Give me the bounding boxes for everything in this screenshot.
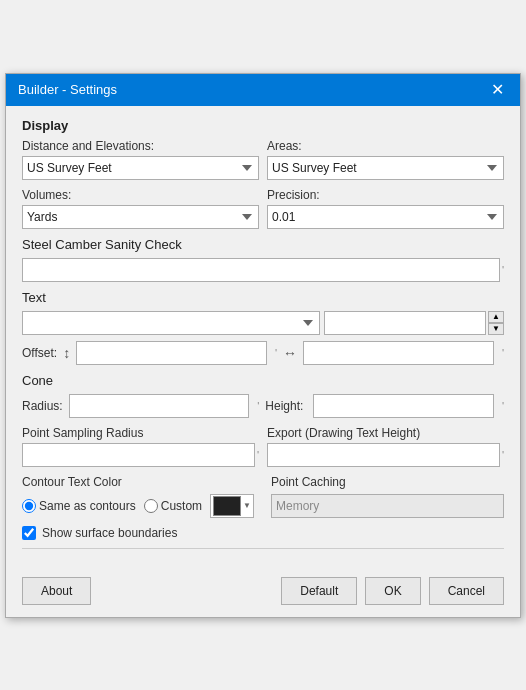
dialog-title: Builder - Settings	[18, 82, 117, 97]
steel-camber-tick: '	[502, 264, 504, 276]
spinner-buttons: ▲ ▼	[488, 311, 504, 335]
height-label: Height:	[265, 399, 303, 413]
offset-label: Offset:	[22, 346, 57, 360]
cone-row: Radius: 0.1 ' Height: 0.26 '	[22, 394, 504, 418]
cone-section: Cone Radius: 0.1 ' Height: 0.26 '	[22, 373, 504, 418]
offset-vertical-icon: ↕	[63, 345, 70, 361]
export-tick: '	[502, 449, 504, 461]
title-bar: Builder - Settings ✕	[6, 74, 520, 106]
display-section-title: Display	[22, 118, 504, 133]
radio-custom-text: Custom	[161, 499, 202, 513]
divider	[22, 548, 504, 549]
cone-section-label: Cone	[22, 373, 504, 388]
about-button[interactable]: About	[22, 577, 91, 605]
point-export-row: Point Sampling Radius 0.15 ' Export (Dra…	[22, 426, 504, 467]
contour-group-title: Contour Text Color	[22, 475, 255, 489]
precision-select[interactable]: 0.01 0.001 0.1 1	[267, 205, 504, 229]
radius-input[interactable]: 0.1	[69, 394, 250, 418]
dialog-content: Display Distance and Elevations: US Surv…	[6, 106, 520, 569]
steel-camber-label: Steel Camber Sanity Check	[22, 237, 504, 252]
areas-col: Areas: US Survey Feet Meters Feet Yards	[267, 139, 504, 180]
radio-custom[interactable]	[144, 499, 158, 513]
offset-vertical-tick: '	[275, 347, 277, 359]
offset-horizontal-input[interactable]: 0.1	[303, 341, 494, 365]
export-input-row: 0.5 '	[267, 443, 504, 467]
height-tick: '	[502, 400, 504, 412]
ok-button[interactable]: OK	[365, 577, 420, 605]
spinner-down-button[interactable]: ▼	[488, 323, 504, 335]
font-select[interactable]	[22, 311, 320, 335]
distance-col: Distance and Elevations: US Survey Feet …	[22, 139, 259, 180]
settings-dialog: Builder - Settings ✕ Display Distance an…	[5, 73, 521, 618]
cancel-button[interactable]: Cancel	[429, 577, 504, 605]
precision-label: Precision:	[267, 188, 504, 202]
export-col: Export (Drawing Text Height) 0.5 '	[267, 426, 504, 467]
text-section: Text 20 ▲ ▼ Offset: ↕ 0 ' ↔	[22, 290, 504, 365]
export-input[interactable]: 0.5	[267, 443, 500, 467]
text-font-row: 20 ▲ ▼	[22, 311, 504, 335]
font-size-input[interactable]: 20	[324, 311, 486, 335]
radio-custom-label[interactable]: Custom	[144, 499, 202, 513]
radio-same-as-contours-text: Same as contours	[39, 499, 136, 513]
distance-select[interactable]: US Survey Feet Meters Feet Yards	[22, 156, 259, 180]
point-caching-select[interactable]: Memory Disk None	[271, 494, 504, 518]
areas-label: Areas:	[267, 139, 504, 153]
button-row: About Default OK Cancel	[6, 569, 520, 617]
point-caching-group: Point Caching Memory Disk None	[271, 475, 504, 518]
show-surface-checkbox[interactable]	[22, 526, 36, 540]
radio-same-as-contours-label[interactable]: Same as contours	[22, 499, 136, 513]
point-sampling-input[interactable]: 0.15	[22, 443, 255, 467]
export-label: Export (Drawing Text Height)	[267, 426, 504, 440]
height-input[interactable]: 0.26	[313, 394, 494, 418]
contour-point-row: Contour Text Color Same as contours Cust…	[22, 475, 504, 518]
point-sampling-label: Point Sampling Radius	[22, 426, 259, 440]
volumes-label: Volumes:	[22, 188, 259, 202]
steel-camber-input[interactable]: 0.17	[22, 258, 500, 282]
radius-tick: '	[257, 400, 259, 412]
offset-vertical-input[interactable]: 0	[76, 341, 267, 365]
close-button[interactable]: ✕	[487, 82, 508, 98]
volumes-col: Volumes: Yards Cubic Feet Cubic Meters	[22, 188, 259, 229]
precision-col: Precision: 0.01 0.001 0.1 1	[267, 188, 504, 229]
color-picker-button[interactable]: ▼	[210, 494, 254, 518]
show-surface-row: Show surface boundaries	[22, 526, 504, 540]
offset-horizontal-icon: ↔	[283, 345, 297, 361]
contour-group: Contour Text Color Same as contours Cust…	[22, 475, 255, 518]
offset-row: Offset: ↕ 0 ' ↔ 0.1 '	[22, 341, 504, 365]
point-caching-title: Point Caching	[271, 475, 504, 489]
radius-label: Radius:	[22, 399, 63, 413]
distance-label: Distance and Elevations:	[22, 139, 259, 153]
font-size-spinner: 20 ▲ ▼	[324, 311, 504, 335]
point-sampling-input-row: 0.15 '	[22, 443, 259, 467]
offset-horizontal-tick: '	[502, 347, 504, 359]
radio-same-as-contours[interactable]	[22, 499, 36, 513]
show-surface-label: Show surface boundaries	[42, 526, 177, 540]
steel-camber-input-row: 0.17 '	[22, 258, 504, 282]
color-swatch	[213, 496, 241, 516]
spinner-up-button[interactable]: ▲	[488, 311, 504, 323]
volumes-select[interactable]: Yards Cubic Feet Cubic Meters	[22, 205, 259, 229]
point-sampling-tick: '	[257, 449, 259, 461]
radio-group: Same as contours Custom ▼	[22, 494, 255, 518]
steel-camber-section: Steel Camber Sanity Check 0.17 '	[22, 237, 504, 282]
distance-areas-row: Distance and Elevations: US Survey Feet …	[22, 139, 504, 180]
volumes-precision-row: Volumes: Yards Cubic Feet Cubic Meters P…	[22, 188, 504, 229]
default-button[interactable]: Default	[281, 577, 357, 605]
point-sampling-col: Point Sampling Radius 0.15 '	[22, 426, 259, 467]
areas-select[interactable]: US Survey Feet Meters Feet Yards	[267, 156, 504, 180]
text-section-label: Text	[22, 290, 504, 305]
color-dropdown-arrow-icon: ▼	[243, 501, 251, 510]
